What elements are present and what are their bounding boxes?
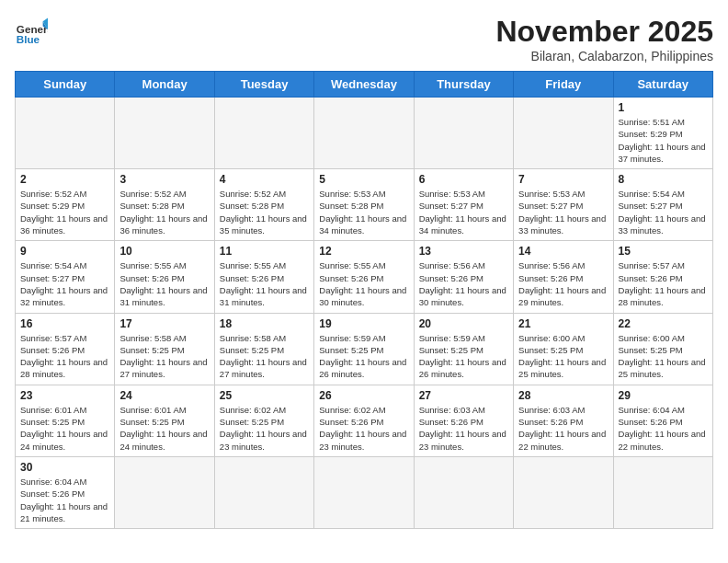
day-info-10: Sunrise: 5:55 AMSunset: 5:26 PMDaylight:…: [119, 259, 209, 308]
header-friday: Friday: [514, 72, 613, 98]
svg-text:Blue: Blue: [17, 33, 40, 45]
day-info-29: Sunrise: 6:04 AMSunset: 5:26 PMDaylight:…: [619, 404, 708, 453]
day-info-1: Sunrise: 5:51 AMSunset: 5:29 PMDaylight:…: [619, 116, 708, 165]
page-header: General Blue November 2025 Bilaran, Cala…: [15, 15, 713, 63]
day-number-14: 14: [518, 245, 608, 258]
day-number-18: 18: [220, 317, 309, 330]
day-cell-25: 25Sunrise: 6:02 AMSunset: 5:25 PMDayligh…: [214, 385, 313, 456]
day-number-17: 17: [119, 317, 209, 330]
day-info-7: Sunrise: 5:53 AMSunset: 5:27 PMDaylight:…: [518, 188, 608, 236]
day-number-26: 26: [319, 389, 408, 402]
day-cell-1: 1Sunrise: 5:51 AMSunset: 5:29 PMDaylight…: [613, 98, 712, 169]
day-info-30: Sunrise: 6:04 AMSunset: 5:26 PMDaylight:…: [20, 476, 109, 524]
day-cell-30: 30Sunrise: 6:04 AMSunset: 5:26 PMDayligh…: [16, 456, 115, 528]
day-info-8: Sunrise: 5:54 AMSunset: 5:27 PMDaylight:…: [619, 188, 708, 236]
day-info-4: Sunrise: 5:52 AMSunset: 5:28 PMDaylight:…: [220, 188, 309, 236]
day-number-12: 12: [319, 245, 408, 258]
day-number-10: 10: [119, 245, 209, 258]
day-info-15: Sunrise: 5:57 AMSunset: 5:26 PMDaylight:…: [619, 259, 708, 308]
day-cell-20: 20Sunrise: 5:59 AMSunset: 5:25 PMDayligh…: [414, 313, 513, 385]
day-cell-19: 19Sunrise: 5:59 AMSunset: 5:25 PMDayligh…: [314, 313, 414, 385]
header-saturday: Saturday: [613, 72, 712, 98]
day-cell-22: 22Sunrise: 6:00 AMSunset: 5:25 PMDayligh…: [613, 313, 712, 385]
empty-cell: [115, 456, 214, 528]
day-number-29: 29: [619, 389, 708, 402]
header-monday: Monday: [115, 72, 214, 98]
day-number-5: 5: [319, 173, 408, 186]
day-number-23: 23: [20, 389, 109, 402]
header-wednesday: Wednesday: [314, 72, 414, 98]
title-block: November 2025 Bilaran, Calabarzon, Phili…: [495, 15, 713, 63]
logo-icon: General Blue: [15, 15, 48, 48]
day-number-24: 24: [119, 389, 209, 402]
day-info-23: Sunrise: 6:01 AMSunset: 5:25 PMDaylight:…: [20, 404, 109, 453]
week-row-3: 9Sunrise: 5:54 AMSunset: 5:27 PMDaylight…: [16, 241, 713, 313]
day-number-1: 1: [619, 101, 708, 114]
day-cell-29: 29Sunrise: 6:04 AMSunset: 5:26 PMDayligh…: [613, 385, 712, 456]
day-number-27: 27: [419, 389, 508, 402]
day-info-9: Sunrise: 5:54 AMSunset: 5:27 PMDaylight:…: [20, 259, 109, 308]
day-cell-23: 23Sunrise: 6:01 AMSunset: 5:25 PMDayligh…: [16, 385, 115, 456]
week-row-5: 23Sunrise: 6:01 AMSunset: 5:25 PMDayligh…: [16, 385, 713, 456]
empty-cell: [16, 98, 115, 169]
day-number-21: 21: [518, 317, 608, 330]
day-info-12: Sunrise: 5:55 AMSunset: 5:26 PMDaylight:…: [319, 259, 408, 308]
day-cell-24: 24Sunrise: 6:01 AMSunset: 5:25 PMDayligh…: [115, 385, 214, 456]
day-info-11: Sunrise: 5:55 AMSunset: 5:26 PMDaylight:…: [220, 259, 309, 308]
day-cell-8: 8Sunrise: 5:54 AMSunset: 5:27 PMDaylight…: [613, 169, 712, 241]
week-row-1: 1Sunrise: 5:51 AMSunset: 5:29 PMDaylight…: [16, 98, 713, 169]
day-info-19: Sunrise: 5:59 AMSunset: 5:25 PMDaylight:…: [319, 332, 408, 381]
header-thursday: Thursday: [414, 72, 513, 98]
day-number-11: 11: [220, 245, 309, 258]
day-number-20: 20: [419, 317, 508, 330]
day-cell-14: 14Sunrise: 5:56 AMSunset: 5:26 PMDayligh…: [514, 241, 613, 313]
empty-cell: [115, 98, 214, 169]
day-cell-13: 13Sunrise: 5:56 AMSunset: 5:26 PMDayligh…: [414, 241, 513, 313]
day-number-4: 4: [220, 173, 309, 186]
day-cell-17: 17Sunrise: 5:58 AMSunset: 5:25 PMDayligh…: [115, 313, 214, 385]
day-info-3: Sunrise: 5:52 AMSunset: 5:28 PMDaylight:…: [119, 188, 209, 236]
day-info-18: Sunrise: 5:58 AMSunset: 5:25 PMDaylight:…: [220, 332, 309, 381]
week-row-4: 16Sunrise: 5:57 AMSunset: 5:26 PMDayligh…: [16, 313, 713, 385]
day-info-17: Sunrise: 5:58 AMSunset: 5:25 PMDaylight:…: [119, 332, 209, 381]
day-info-24: Sunrise: 6:01 AMSunset: 5:25 PMDaylight:…: [119, 404, 209, 453]
day-number-13: 13: [419, 245, 508, 258]
day-number-3: 3: [119, 173, 209, 186]
day-cell-7: 7Sunrise: 5:53 AMSunset: 5:27 PMDaylight…: [514, 169, 613, 241]
header-sunday: Sunday: [16, 72, 115, 98]
empty-cell: [514, 456, 613, 528]
day-number-9: 9: [20, 245, 109, 258]
day-info-21: Sunrise: 6:00 AMSunset: 5:25 PMDaylight:…: [518, 332, 608, 381]
calendar-table: Sunday Monday Tuesday Wednesday Thursday…: [15, 71, 713, 529]
day-info-2: Sunrise: 5:52 AMSunset: 5:29 PMDaylight:…: [20, 188, 109, 236]
empty-cell: [214, 98, 313, 169]
day-cell-9: 9Sunrise: 5:54 AMSunset: 5:27 PMDaylight…: [16, 241, 115, 313]
weekday-header-row: Sunday Monday Tuesday Wednesday Thursday…: [16, 72, 713, 98]
empty-cell: [414, 456, 513, 528]
day-number-15: 15: [619, 245, 708, 258]
day-number-16: 16: [20, 317, 109, 330]
day-cell-6: 6Sunrise: 5:53 AMSunset: 5:27 PMDaylight…: [414, 169, 513, 241]
day-number-28: 28: [518, 389, 608, 402]
day-cell-28: 28Sunrise: 6:03 AMSunset: 5:26 PMDayligh…: [514, 385, 613, 456]
day-info-6: Sunrise: 5:53 AMSunset: 5:27 PMDaylight:…: [419, 188, 508, 236]
location: Bilaran, Calabarzon, Philippines: [495, 49, 713, 63]
day-number-8: 8: [619, 173, 708, 186]
day-cell-4: 4Sunrise: 5:52 AMSunset: 5:28 PMDaylight…: [214, 169, 313, 241]
empty-cell: [514, 98, 613, 169]
day-info-5: Sunrise: 5:53 AMSunset: 5:28 PMDaylight:…: [319, 188, 408, 236]
logo: General Blue: [15, 15, 48, 48]
month-title: November 2025: [495, 15, 713, 49]
day-info-25: Sunrise: 6:02 AMSunset: 5:25 PMDaylight:…: [220, 404, 309, 453]
day-number-6: 6: [419, 173, 508, 186]
empty-cell: [414, 98, 513, 169]
empty-cell: [214, 456, 313, 528]
day-cell-2: 2Sunrise: 5:52 AMSunset: 5:29 PMDaylight…: [16, 169, 115, 241]
day-cell-11: 11Sunrise: 5:55 AMSunset: 5:26 PMDayligh…: [214, 241, 313, 313]
day-number-19: 19: [319, 317, 408, 330]
day-info-28: Sunrise: 6:03 AMSunset: 5:26 PMDaylight:…: [518, 404, 608, 453]
day-cell-27: 27Sunrise: 6:03 AMSunset: 5:26 PMDayligh…: [414, 385, 513, 456]
day-info-27: Sunrise: 6:03 AMSunset: 5:26 PMDaylight:…: [419, 404, 508, 453]
header-tuesday: Tuesday: [214, 72, 313, 98]
day-cell-16: 16Sunrise: 5:57 AMSunset: 5:26 PMDayligh…: [16, 313, 115, 385]
